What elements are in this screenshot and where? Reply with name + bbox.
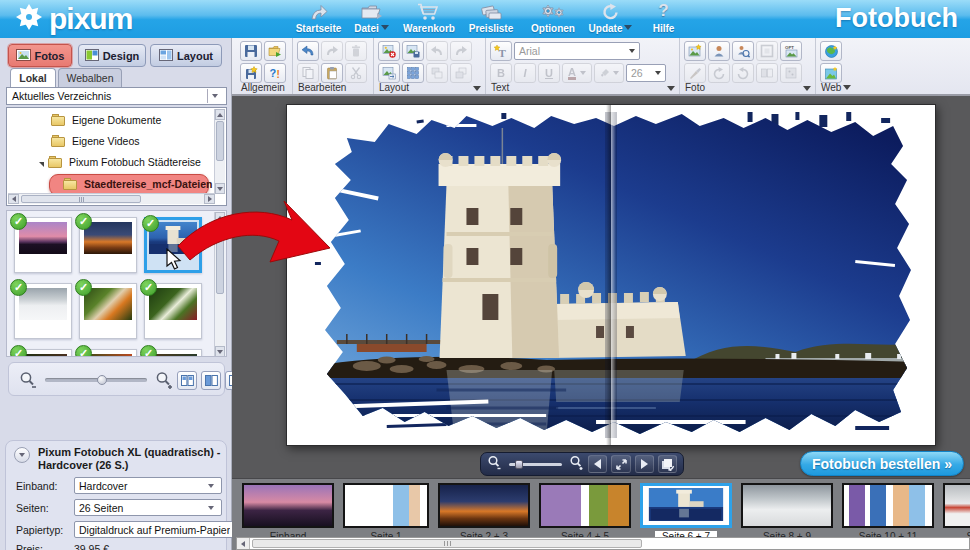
frame-button[interactable]	[756, 41, 778, 61]
group-dropdown-icon[interactable]	[803, 86, 811, 91]
nav-update[interactable]: Update	[584, 0, 637, 38]
nav-warenkorb[interactable]: Warenkorb	[398, 0, 460, 38]
photo-thumbnail-partial[interactable]	[14, 349, 72, 357]
zoom-out-icon[interactable]	[487, 455, 502, 474]
flip-page-button[interactable]	[658, 455, 677, 473]
photo-thumbnail-partial[interactable]	[79, 349, 137, 357]
font-size-select[interactable]: 26	[626, 64, 666, 82]
next-page-button[interactable]	[635, 455, 654, 473]
photo-thumbnail-white-flowers[interactable]	[144, 283, 202, 339]
save-button[interactable]	[240, 41, 262, 61]
undo-button[interactable]	[297, 41, 319, 61]
nav-startseite[interactable]: Startseite	[292, 0, 345, 38]
arrange-back-button[interactable]	[426, 63, 448, 83]
arrange-front-button[interactable]	[450, 63, 472, 83]
page-thumb-partial[interactable]: Seite	[943, 483, 970, 542]
tree-item-eigene-videos[interactable]: Eigene Videos	[51, 131, 140, 151]
rotate-cw-button[interactable]	[732, 63, 754, 83]
font-color-button[interactable]: A	[562, 63, 592, 83]
group-dropdown-icon[interactable]	[473, 86, 481, 91]
rotate-ccw-button[interactable]	[708, 63, 730, 83]
underline-button[interactable]: U	[538, 63, 560, 83]
photo-thumbnail-orange-flowers[interactable]	[79, 283, 137, 339]
photo-thumbnail-city-sunset[interactable]	[14, 217, 72, 273]
nav-preisliste[interactable]: Preisliste	[460, 0, 522, 38]
group-dropdown-icon[interactable]	[667, 86, 675, 91]
tree-item-eigene-dokumente[interactable]: Eigene Dokumente	[51, 110, 161, 130]
nav-optionen[interactable]: Optionen	[522, 0, 584, 38]
photobook-spread[interactable]	[286, 104, 936, 446]
tab-design[interactable]: Design	[78, 44, 146, 67]
zoom-out-icon[interactable]	[19, 371, 37, 393]
page-thumb-seite-10-11[interactable]: Seite 10 + 11	[842, 483, 934, 542]
compare-button[interactable]	[756, 63, 778, 83]
save-as-button[interactable]	[240, 63, 262, 83]
pixum-logo[interactable]: pixum	[14, 0, 132, 38]
view-both-pages-button[interactable]	[177, 371, 197, 390]
seiten-select[interactable]: 26 Seiten	[74, 499, 222, 516]
italic-button[interactable]: I	[514, 63, 536, 83]
effects-button[interactable]	[780, 63, 802, 83]
nav-hilfe[interactable]: ? Hilfe	[637, 0, 690, 38]
thumbnail-zoom-slider[interactable]	[45, 378, 147, 382]
copy-button[interactable]	[297, 63, 319, 83]
page-thumb-seite-6-7[interactable]: Seite 6 + 7	[640, 483, 732, 542]
page-thumb-seite-4-5[interactable]: Seite 4 + 5	[539, 483, 631, 542]
web-globe-button[interactable]	[820, 41, 842, 61]
open-button[interactable]	[264, 41, 286, 61]
layout-redo-button[interactable]	[450, 41, 472, 61]
apply-layout-button[interactable]	[378, 63, 400, 83]
layout-undo-button[interactable]	[426, 41, 448, 61]
view-left-page-button[interactable]	[201, 371, 221, 390]
papiertyp-select[interactable]: Digitaldruck auf Premium-Papier	[74, 521, 248, 538]
grid-vertical-scrollbar[interactable]	[214, 212, 225, 357]
cut-button[interactable]	[345, 63, 367, 83]
person-button[interactable]	[708, 41, 730, 61]
page-thumb-seite-1[interactable]: Seite 1	[343, 483, 429, 542]
help-button[interactable]: ?!	[264, 63, 286, 83]
photo-thumbnail-partial[interactable]	[144, 349, 202, 357]
directory-select[interactable]: Aktuelles Verzeichnis	[6, 87, 227, 105]
page-thumb-seite-8-9[interactable]: Seite 8 + 9	[741, 483, 833, 542]
redo-button[interactable]	[321, 41, 343, 61]
canvas-zoom-slider[interactable]	[509, 463, 562, 466]
photo-thumbnail-belem-tower[interactable]	[144, 217, 202, 273]
paste-button[interactable]	[321, 63, 343, 83]
remove-image-button[interactable]	[378, 41, 400, 61]
photo-thumbnail-night-bridge[interactable]	[79, 217, 137, 273]
save-layout-button[interactable]	[402, 41, 424, 61]
tree-item-mcf-dateien[interactable]: Staedtereise_mcf-Dateien	[63, 174, 212, 194]
photo-thumbnail-deck-chairs[interactable]	[14, 283, 72, 339]
fullscreen-button[interactable]	[611, 455, 630, 473]
retouch-button[interactable]	[684, 63, 706, 83]
person-search-button[interactable]	[732, 41, 754, 61]
grid-button[interactable]	[402, 63, 424, 83]
strip-scrollbar[interactable]	[236, 537, 970, 550]
expand-arrow-icon[interactable]	[39, 162, 44, 167]
delete-button[interactable]	[345, 41, 367, 61]
tree-vertical-scrollbar[interactable]	[214, 109, 225, 194]
einband-select[interactable]: Hardcover	[74, 477, 222, 494]
editor-canvas[interactable]: Fotobuch bestellen »	[232, 96, 970, 478]
tab-layout[interactable]: Layout	[150, 44, 222, 67]
nav-datei[interactable]: Datei	[345, 0, 398, 38]
slider-handle[interactable]	[515, 460, 523, 469]
fill-color-button[interactable]	[594, 63, 624, 83]
tree-horizontal-scrollbar[interactable]	[8, 193, 215, 204]
tree-item-staedtereise[interactable]: Pixum Fotobuch Städtereise	[39, 152, 201, 172]
tab-webalben[interactable]: Webalben	[58, 68, 122, 87]
add-photo-button[interactable]	[684, 41, 706, 61]
text-tool-button[interactable]: T	[490, 41, 512, 61]
tab-lokal[interactable]: Lokal	[10, 68, 56, 87]
slider-handle[interactable]	[97, 375, 107, 385]
optimize-button[interactable]: OPT	[780, 41, 802, 61]
font-family-select[interactable]: Arial	[514, 42, 640, 60]
zoom-in-icon[interactable]	[155, 371, 173, 393]
previous-page-button[interactable]	[588, 455, 607, 473]
bold-button[interactable]: B	[490, 63, 512, 83]
order-button[interactable]: Fotobuch bestellen »	[800, 451, 964, 476]
web-image-button[interactable]	[820, 63, 842, 83]
tab-fotos[interactable]: Fotos	[8, 44, 72, 67]
zoom-in-icon[interactable]	[569, 455, 584, 474]
page-thumb-seite-2-3[interactable]: Seite 2 + 3	[438, 483, 530, 542]
